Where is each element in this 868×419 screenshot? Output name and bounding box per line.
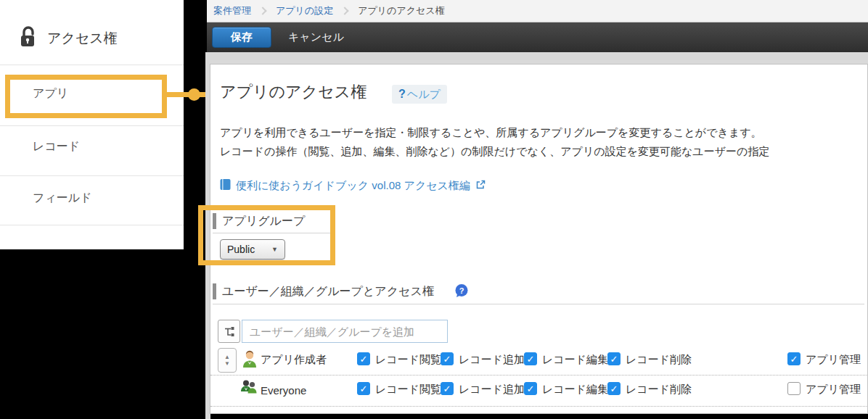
checkbox-record-delete-row1[interactable]: ✓ bbox=[607, 352, 621, 365]
row-divider bbox=[210, 375, 868, 376]
checkbox-label: レコード削除 bbox=[626, 383, 692, 397]
annotation-box-sidebar-app bbox=[5, 75, 167, 118]
help-link-label: ヘルプ bbox=[407, 88, 441, 101]
checkbox-label: レコード追加 bbox=[459, 353, 525, 367]
breadcrumb-separator-icon bbox=[258, 7, 266, 14]
acl-row-name: アプリ作成者 bbox=[261, 353, 327, 367]
breadcrumb-link-app-settings[interactable]: アプリの設定 bbox=[276, 4, 333, 17]
help-bubble-icon[interactable]: ? bbox=[454, 283, 469, 298]
checkbox-record-edit-row2[interactable]: ✓ bbox=[524, 382, 537, 395]
row-divider bbox=[210, 406, 868, 407]
cancel-button[interactable]: キャンセル bbox=[288, 30, 344, 44]
page-description: アプリを利用できるユーザーを指定・制限することや、所属するアプリグループを変更す… bbox=[220, 123, 868, 161]
question-mark-icon: ? bbox=[398, 88, 406, 101]
add-entity-input[interactable] bbox=[242, 320, 448, 343]
checkbox-record-add-row1[interactable]: ✓ bbox=[441, 352, 454, 365]
breadcrumb-separator-icon bbox=[341, 7, 349, 14]
checkbox-label: レコード編集 bbox=[542, 383, 608, 397]
acl-row-name: Everyone bbox=[261, 384, 306, 397]
help-link[interactable]: ? ヘルプ bbox=[392, 85, 447, 104]
sidebar-item-field[interactable]: フィールド bbox=[33, 191, 92, 206]
acl-heading: ユーザー／組織／グループとアクセス権 bbox=[222, 284, 434, 299]
divider bbox=[0, 175, 184, 176]
checkbox-record-delete-row2[interactable]: ✓ bbox=[607, 382, 621, 395]
page-title: アプリのアクセス権 bbox=[220, 81, 367, 103]
content-background bbox=[205, 52, 868, 65]
checkbox-label: アプリ管理 bbox=[806, 353, 861, 367]
settings-sidebar: アクセス権 アプリ レコード フィールド bbox=[0, 0, 184, 249]
sidebar-section-header: アクセス権 bbox=[19, 26, 118, 51]
checkbox-record-view-row2[interactable]: ✓ bbox=[357, 382, 370, 395]
group-avatar-icon bbox=[240, 379, 258, 398]
annotation-box-app-group bbox=[198, 205, 335, 265]
breadcrumb-link-app-management[interactable]: 案件管理 bbox=[213, 4, 251, 17]
checkbox-record-view-row1[interactable]: ✓ bbox=[357, 352, 370, 365]
checkbox-label: レコード削除 bbox=[626, 353, 692, 367]
arrow-down-icon: ▼ bbox=[224, 361, 230, 366]
breadcrumb-current-page: アプリのアクセス権 bbox=[358, 4, 444, 17]
checkbox-app-manage-row2[interactable] bbox=[787, 382, 801, 395]
section-underline bbox=[213, 304, 864, 304]
arrow-up-icon: ▲ bbox=[224, 354, 230, 360]
divider bbox=[0, 65, 184, 65]
guidebook-link-label: 便利に使おうガイドブック vol.08 アクセス権編 bbox=[236, 179, 470, 193]
external-link-icon bbox=[475, 180, 486, 192]
save-button[interactable]: 保存 bbox=[212, 27, 271, 48]
book-icon bbox=[220, 178, 231, 193]
checkbox-label: レコード閲覧 bbox=[375, 353, 441, 367]
description-line-2: レコードの操作（閲覧、追加、編集、削除など）の制限だけでなく、アプリの設定を変更… bbox=[220, 142, 868, 161]
checkbox-label: レコード追加 bbox=[459, 383, 525, 397]
checkbox-record-add-row2[interactable]: ✓ bbox=[441, 382, 454, 395]
svg-text:?: ? bbox=[459, 286, 464, 295]
breadcrumb: 案件管理 アプリの設定 アプリのアクセス権 bbox=[207, 0, 868, 22]
checkbox-label: アプリ管理 bbox=[806, 383, 861, 397]
divider bbox=[0, 125, 184, 126]
screenshot-root: アクセス権 アプリ レコード フィールド 案件管理 アプリの設定 アプリのアクセ… bbox=[0, 0, 868, 419]
checkbox-record-edit-row1[interactable]: ✓ bbox=[524, 352, 537, 365]
sidebar-section-title: アクセス権 bbox=[47, 29, 118, 48]
annotation-connector-dot bbox=[188, 88, 200, 101]
action-toolbar: 保存 キャンセル bbox=[207, 22, 868, 52]
checkbox-label: レコード閲覧 bbox=[375, 383, 441, 397]
reorder-spinner[interactable]: ▲ ▼ bbox=[218, 348, 237, 373]
unlock-icon bbox=[19, 26, 38, 51]
section-marker bbox=[213, 283, 216, 299]
checkbox-label: レコード編集 bbox=[542, 353, 608, 367]
description-line-1: アプリを利用できるユーザーを指定・制限することや、所属するアプリグループを変更す… bbox=[220, 123, 868, 142]
checkbox-app-manage-row1[interactable]: ✓ bbox=[787, 352, 801, 365]
image-crop-edge bbox=[210, 414, 868, 419]
sidebar-item-record[interactable]: レコード bbox=[33, 139, 80, 154]
guidebook-link[interactable]: 便利に使おうガイドブック vol.08 アクセス権編 bbox=[220, 178, 486, 193]
user-avatar-icon bbox=[242, 349, 257, 371]
divider bbox=[0, 225, 184, 225]
org-tree-picker-button[interactable] bbox=[218, 320, 240, 343]
